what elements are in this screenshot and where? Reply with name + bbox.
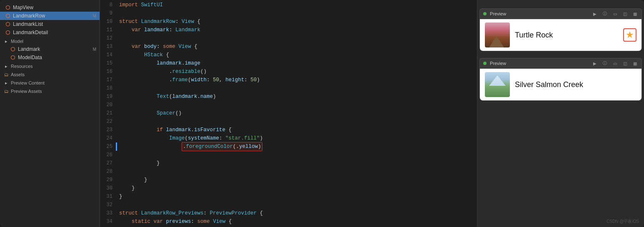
line-number: 31 — [100, 192, 112, 201]
code-line: .frame(width: 50, height: 50) — [116, 76, 477, 84]
code-line — [116, 84, 477, 92]
sidebar-group-label: Resources — [11, 64, 33, 69]
code-line: .resizable() — [116, 67, 477, 76]
folder-icon: ▸ — [3, 38, 9, 44]
monitor-button[interactable]: ◫ — [622, 10, 628, 17]
code-line — [116, 201, 477, 209]
line-number: 21 — [100, 109, 112, 117]
watermark: CSDN @宇夜iOS — [607, 219, 639, 225]
line-number: 12 — [100, 34, 112, 42]
copy-button[interactable]: ▭ — [612, 60, 618, 67]
code-line: } — [116, 184, 477, 192]
assets-icon: 🗂 — [3, 72, 9, 77]
badge-m: M — [93, 14, 96, 18]
sidebar-group-label: Assets — [11, 72, 25, 77]
code-line — [116, 101, 477, 109]
sidebar-item-modeldata[interactable]: ModelData — [0, 53, 100, 62]
line-number: 30 — [100, 184, 112, 192]
monitor-button[interactable]: ◫ — [622, 60, 628, 67]
preview-card-salmon: Preview ▶ ⓘ ▭ ◫ ▦ Silver Salmon Creek — [479, 58, 642, 101]
line-number: 27 — [100, 159, 112, 167]
line-number: 29 — [100, 176, 112, 184]
line-number: 18 — [100, 84, 112, 92]
code-line: struct LandmarkRow: View { — [116, 17, 477, 26]
landmark-thumb-turtle — [485, 22, 510, 47]
swift-icon — [5, 21, 11, 27]
code-line: var landmark: Landmark — [116, 26, 477, 34]
code-line: Image(systemName: "star.fill") — [116, 134, 477, 142]
grid-button[interactable]: ▦ — [632, 60, 638, 67]
folder-icon: 🗂 — [3, 88, 9, 94]
play-button[interactable]: ▶ — [592, 60, 598, 67]
preview-card-turtle: Preview ▶ ⓘ ▭ ◫ ▦ Turtle Rock ★ — [479, 8, 642, 51]
swift-icon — [10, 46, 16, 52]
line-number: 23 — [100, 126, 112, 134]
sidebar-item-label: MapView — [13, 5, 33, 10]
code-line: } — [116, 159, 477, 167]
preview-dot — [483, 62, 487, 65]
preview-dot — [483, 12, 487, 15]
line-number: 34 — [100, 217, 112, 226]
info-button[interactable]: ⓘ — [602, 10, 608, 17]
folder-icon: ▸ — [3, 63, 9, 69]
sidebar-group-assets[interactable]: 🗂 Assets — [0, 70, 100, 78]
sidebar-group-preview-content[interactable]: ▸ Preview Content — [0, 78, 100, 87]
line-number: 25 — [100, 142, 112, 151]
sidebar-item-landmarklist[interactable]: LandmarkList — [0, 20, 100, 28]
line-number: 17 — [100, 76, 112, 84]
copy-button[interactable]: ▭ — [612, 10, 618, 17]
grid-button[interactable]: ▦ — [632, 10, 638, 17]
swift-icon — [5, 5, 11, 10]
line-number: 13 — [100, 42, 112, 51]
line-number: 26 — [100, 151, 112, 159]
sidebar-item-landmarkdetail[interactable]: LandmarkDetail — [0, 28, 100, 37]
line-number: 15 — [100, 59, 112, 67]
preview-content-1: Turtle Rock ★ — [479, 19, 642, 51]
landmark-name-salmon: Silver Salmon Creek — [515, 80, 637, 89]
sidebar-item-landmark[interactable]: Landmark M — [0, 45, 100, 53]
line-numbers: 8910111213141516171819202122232425262728… — [100, 0, 116, 227]
line-number: 8 — [100, 1, 112, 9]
preview-label: Preview — [490, 61, 506, 66]
preview-content-2: Silver Salmon Creek — [479, 68, 642, 101]
sidebar-group-label: Preview Assets — [11, 89, 42, 94]
code-line: if landmark.isFavorite { — [116, 126, 477, 134]
preview-panel: Preview ▶ ⓘ ▭ ◫ ▦ Turtle Rock ★ Preview … — [477, 0, 644, 227]
line-number: 16 — [100, 67, 112, 76]
line-number: 32 — [100, 201, 112, 209]
preview-toolbar-1: Preview ▶ ⓘ ▭ ◫ ▦ — [479, 8, 642, 19]
line-number: 33 — [100, 209, 112, 217]
sidebar-item-landmarkrow[interactable]: LandmarkRow M — [0, 12, 100, 20]
sidebar-item-mapview[interactable]: MapView — [0, 3, 100, 12]
sidebar-group-resources[interactable]: ▸ Resources — [0, 62, 100, 70]
code-editor[interactable]: 8910111213141516171819202122232425262728… — [100, 0, 477, 227]
swift-icon — [5, 13, 11, 19]
landmark-row-salmon: Silver Salmon Creek — [480, 69, 642, 100]
info-button[interactable]: ⓘ — [602, 60, 608, 67]
sidebar-item-label: LandmarkDetail — [13, 30, 48, 35]
sidebar-group-label: Preview Content — [11, 80, 45, 85]
code-line: } — [116, 176, 477, 184]
line-number: 11 — [100, 26, 112, 34]
sidebar-group-model[interactable]: ▸ Model — [0, 37, 100, 45]
code-line: Spacer() — [116, 109, 477, 117]
folder-icon: ▸ — [3, 80, 9, 86]
play-button[interactable]: ▶ — [592, 10, 598, 17]
code-line: import SwiftUI — [116, 1, 477, 9]
code-line: struct LandmarkRow_Previews: PreviewProv… — [116, 209, 477, 217]
code-line: var body: some View { — [116, 42, 477, 51]
sidebar-item-label: Landmark — [18, 46, 40, 52]
landmark-name-turtle: Turtle Rock — [515, 31, 618, 40]
code-line — [116, 117, 477, 126]
code-line: .foregroundColor(.yellow) — [116, 142, 477, 151]
code-content[interactable]: import SwiftUIstruct LandmarkRow: View {… — [116, 0, 477, 227]
sidebar-group-preview-assets[interactable]: 🗂 Preview Assets — [0, 87, 100, 95]
code-line — [116, 34, 477, 42]
sidebar-group-label: Model — [11, 39, 23, 44]
favorite-star-icon: ★ — [623, 28, 637, 42]
line-number: 24 — [100, 134, 112, 142]
code-line — [116, 151, 477, 159]
code-line: HStack { — [116, 51, 477, 59]
sidebar: MapView LandmarkRow M LandmarkList Landm… — [0, 0, 100, 227]
code-line — [116, 167, 477, 176]
